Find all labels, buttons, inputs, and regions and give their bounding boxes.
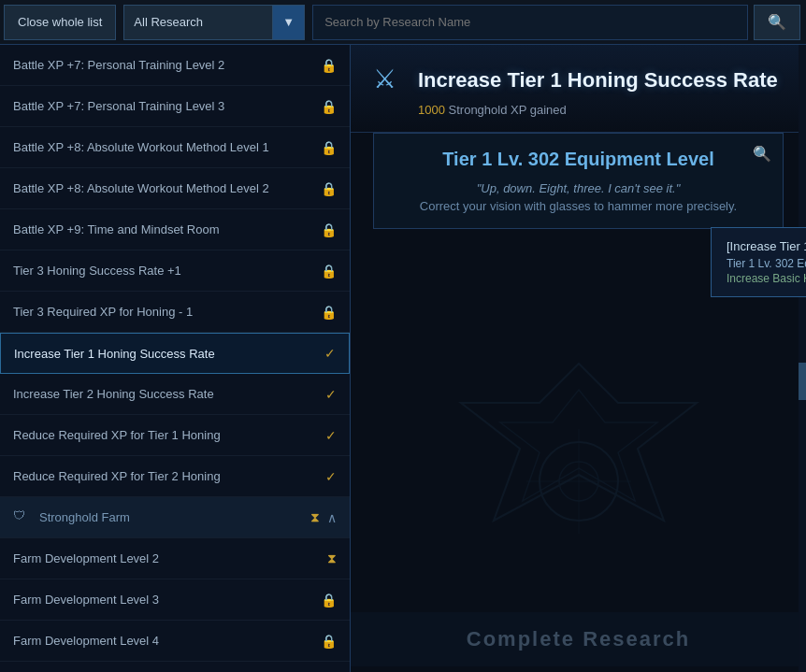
list-item[interactable]: Farm Development Level 3 🔒 xyxy=(0,579,350,621)
list-item[interactable]: Reduce Required XP for Tier 1 Honing ✓ xyxy=(0,415,350,456)
list-item[interactable]: Tier 3 Honing Success Rate +1 🔒 xyxy=(0,250,350,292)
stronghold-farm-section[interactable]: 🛡 Stronghold Farm ⧗ ∧ xyxy=(0,497,350,538)
list-item[interactable]: Battle XP +9: Time and Mindset Room 🔒 xyxy=(0,209,350,250)
scroll-thumb xyxy=(799,363,806,400)
lock-icon: 🔒 xyxy=(321,634,337,649)
checkmark-icon: ✓ xyxy=(324,346,336,361)
lock-icon: 🔒 xyxy=(321,99,337,114)
research-title: Increase Tier 1 Honing Success Rate xyxy=(418,68,778,93)
right-panel: ⚔ Increase Tier 1 Honing Success Rate 10… xyxy=(351,45,806,672)
lock-icon: 🔒 xyxy=(321,181,337,196)
main-layout: Battle XP +7: Personal Training Level 2 … xyxy=(0,45,806,672)
search-button[interactable]: 🔍 xyxy=(754,5,800,40)
lock-icon: 🔒 xyxy=(321,305,337,320)
hourglass-icon: ⧗ xyxy=(310,509,320,525)
tooltip-title: [Increase Tier 1 Honing Success Rate] xyxy=(727,239,806,253)
lock-icon: 🔒 xyxy=(321,222,337,237)
research-list[interactable]: Battle XP +7: Personal Training Level 2 … xyxy=(0,45,350,672)
tooltip-popup: [Increase Tier 1 Honing Success Rate] Ti… xyxy=(711,227,806,297)
research-icon: ⚔ xyxy=(373,64,407,97)
tooltip-subtitle: Tier 1 Lv. 302 Equipment Level 1-15 xyxy=(727,257,806,270)
lock-icon: 🔒 xyxy=(321,140,337,155)
tier-search-icon[interactable]: 🔍 xyxy=(753,145,771,163)
list-item[interactable]: Tier 3 Required XP for Honing - 1 🔒 xyxy=(0,292,350,333)
tier-box-title: Tier 1 Lv. 302 Equipment Level xyxy=(393,149,764,170)
tier-box-quote: "Up, down. Eight, three. I can't see it.… xyxy=(393,181,764,195)
tier1-honing-item[interactable]: Increase Tier 1 Honing Success Rate ✓ xyxy=(0,333,350,374)
tier-box-desc: Correct your vision with glasses to hamm… xyxy=(393,199,764,213)
lock-icon: 🔒 xyxy=(321,264,337,279)
hourglass-icon: ⧗ xyxy=(327,550,337,566)
research-header: ⚔ Increase Tier 1 Honing Success Rate 10… xyxy=(351,45,806,133)
chevron-up-icon[interactable]: ∧ xyxy=(327,510,337,525)
list-item[interactable]: Battle XP +8: Absolute Workout Method Le… xyxy=(0,127,350,168)
list-item[interactable]: Increase Tier 2 Honing Success Rate ✓ xyxy=(0,374,350,415)
list-item[interactable]: Reduce Required XP for Tier 2 Honing ✓ xyxy=(0,456,350,497)
checkmark-icon: ✓ xyxy=(325,428,337,443)
list-item[interactable]: Battle XP +7: Personal Training Level 3 … xyxy=(0,86,350,127)
close-whole-list-button[interactable]: Close whole list xyxy=(4,5,116,40)
research-search-input[interactable] xyxy=(312,5,748,40)
section-controls: ⧗ ∧ xyxy=(310,509,337,525)
shield-icon: 🛡 xyxy=(13,508,32,527)
left-panel: Battle XP +7: Personal Training Level 2 … xyxy=(0,45,351,672)
research-filter-select[interactable]: All ResearchStrongholdBattle xyxy=(123,5,273,40)
search-icon: 🔍 xyxy=(768,13,786,31)
tier-info-box: Tier 1 Lv. 302 Equipment Level "Up, down… xyxy=(373,133,784,229)
dropdown-arrow-icon[interactable]: ▼ xyxy=(273,5,305,40)
checkmark-icon: ✓ xyxy=(325,387,337,402)
list-item[interactable]: Farm Development Level 2 ⧗ xyxy=(0,538,350,579)
lock-icon: 🔒 xyxy=(321,58,337,73)
complete-research-button[interactable]: Complete Research xyxy=(351,612,806,666)
list-item[interactable]: Farm Development Level 4 🔒 xyxy=(0,621,350,662)
lock-icon: 🔒 xyxy=(321,593,337,608)
research-xp: 1000 Stronghold XP gained xyxy=(418,103,784,117)
right-scrollbar[interactable] xyxy=(799,45,806,672)
research-filter-dropdown-wrapper: All ResearchStrongholdBattle ▼ xyxy=(123,5,305,40)
list-item[interactable]: Battle XP +8: Absolute Workout Method Le… xyxy=(0,168,350,209)
checkmark-icon: ✓ xyxy=(325,469,337,484)
list-item[interactable]: Battle XP +7: Personal Training Level 2 … xyxy=(0,45,350,86)
top-bar: Close whole list All ResearchStrongholdB… xyxy=(0,0,806,45)
tooltip-effect: Increase Basic Honing Success Rate +20% xyxy=(727,272,806,285)
research-title-row: ⚔ Increase Tier 1 Honing Success Rate xyxy=(373,64,784,97)
background-decoration xyxy=(448,350,710,616)
